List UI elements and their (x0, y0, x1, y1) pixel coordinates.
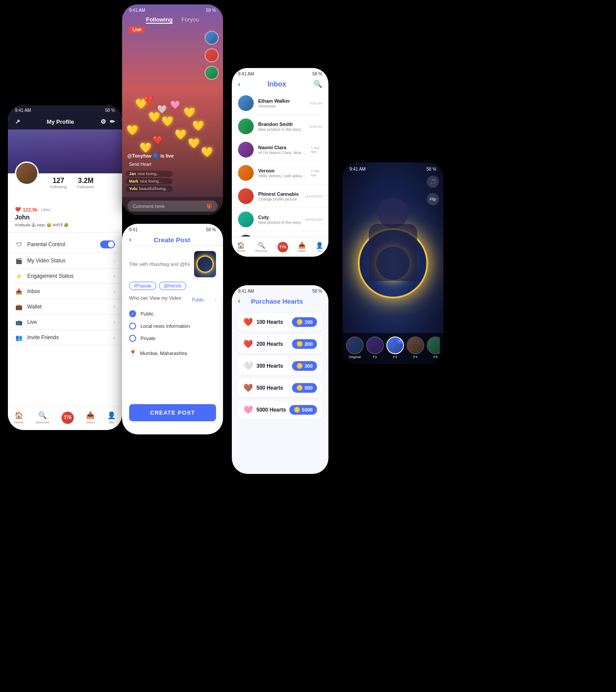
coin-icon: 🪙 (296, 341, 303, 347)
phone6-statusbar: 9:41 AM 58 % (342, 162, 443, 173)
avatar-cuty (238, 212, 254, 227)
phone4-inbox: 9:41 AM 58 % ‹ Inbox 🔍 Etham Walker Tomo… (232, 68, 328, 257)
private-radio (129, 335, 136, 342)
phone4-statusbar: 9:41 AM 58 % (232, 68, 328, 78)
music-icon[interactable]: 🎵 (427, 176, 439, 188)
send-heart-label[interactable]: Send Heart (129, 162, 151, 167)
menu-inbox[interactable]: 📥 Inbox › (8, 284, 122, 299)
message-item[interactable]: Naomi Clara Hi I'm Naomi Clara, Nice to … (232, 138, 328, 161)
avatar-etham (238, 95, 254, 111)
nav4-home[interactable]: 🏠 Home (237, 242, 245, 252)
phone2-bottom-bar: Comment here 🎁 (122, 197, 223, 215)
heart-icon-300: 🤍 (243, 361, 253, 371)
back-button[interactable]: ‹ (129, 236, 131, 244)
msg-time-5: 11/05/2020 (305, 194, 322, 198)
nav-me[interactable]: 👤 Me (107, 411, 116, 424)
option-public[interactable]: ✓ Public (129, 308, 216, 320)
heart-icon-500: 🤎 (243, 383, 253, 393)
phone1-statusbar: 9:41 AM 58 % (8, 105, 122, 115)
message-item[interactable]: Brandon Smith New product in the story 8… (232, 115, 328, 138)
engagement-label: Engagement Status (27, 273, 73, 279)
tab-following[interactable]: Following (146, 16, 173, 24)
coin-badge-300: 🪙 300 (292, 361, 317, 371)
chat-item-1: Jan nice loving... (126, 171, 173, 177)
option-private[interactable]: Private (129, 332, 216, 344)
inbox-title: Inbox (267, 80, 286, 88)
parental-toggle[interactable] (100, 240, 115, 248)
chevron-right-icon: › (114, 335, 115, 340)
filter-f4[interactable]: F4 (407, 337, 424, 359)
search-icon[interactable]: 🔍 (313, 80, 322, 88)
message-item[interactable]: Cuty New product in the story 05/05/2020 (232, 208, 328, 231)
hearts-item-5000[interactable]: 🩷 5000 Hearts 🪙 5000 (238, 401, 322, 419)
hearts-item-100[interactable]: ❤️ 100 Hearts 🪙 100 (238, 313, 322, 331)
phone3-title: Create Post (137, 236, 207, 244)
msg-name-4: Vernon (258, 168, 306, 173)
create-post-button[interactable]: CREATE POST (129, 404, 216, 421)
phone5-battery: 58 % (312, 289, 322, 294)
figure-silhouette (369, 197, 417, 285)
inbox-back-button[interactable]: ‹ (238, 80, 240, 88)
msg-time-1: 9:03 pm (310, 101, 322, 105)
followers-stat: 3.2M Followers (77, 177, 94, 189)
msg-content-2: Brandon Smith New product in the story (258, 122, 305, 132)
option-local[interactable]: Local news information (129, 320, 216, 332)
hearts-item-left: 🤎 500 Hearts (243, 383, 283, 393)
filter-f5[interactable]: F5 (427, 337, 440, 359)
nav4-discover[interactable]: 🔍 Discover (255, 242, 267, 252)
menu-parental-control[interactable]: 🛡 Parental Control (8, 236, 122, 253)
hearts-label-500: 500 Hearts (256, 385, 283, 391)
menu-invite[interactable]: 👥 Invite Friends › (8, 330, 122, 345)
filter-f3[interactable]: ✓ F3 (386, 337, 404, 359)
coin-value-200: 200 (305, 341, 313, 347)
parental-icon: 🛡 (15, 241, 23, 247)
home-label: Home (14, 420, 23, 424)
filter-original[interactable]: Original (346, 337, 364, 359)
hearts-back-button[interactable]: ‹ (238, 297, 240, 305)
tag-popular[interactable]: #Popular (129, 282, 156, 290)
menu-live[interactable]: 📺 Live › (8, 315, 122, 330)
message-item[interactable]: Vernon Hello Vernon, I will upload video… (232, 161, 328, 185)
filter-f1[interactable]: F1 (366, 337, 384, 359)
nav4-inbox[interactable]: 📥 Inbox (298, 242, 306, 252)
tag-friends[interactable]: @friends (159, 282, 186, 290)
nav-home[interactable]: 🏠 Home (14, 411, 23, 424)
side-avatar-3 (205, 66, 219, 80)
message-item[interactable]: Phinest Cannabis Change profile picture … (232, 185, 328, 208)
coin-badge-500: 🪙 500 (292, 383, 317, 393)
msg-time-2: 8:30 pm (310, 125, 322, 129)
tags-row: #Popular @friends (129, 282, 216, 290)
menu-engagement[interactable]: ⚡ Engagement Status › (8, 269, 122, 284)
filter-panel: Original F1 ✓ F3 (342, 333, 443, 364)
followers-label: Followers (77, 185, 94, 189)
nav-discover[interactable]: 🔍 Discover (36, 411, 49, 424)
likes-label: Likes (41, 208, 50, 212)
comment-bar[interactable]: Comment here 🎁 (127, 201, 218, 212)
heart-icon-200: ❤️ (243, 339, 253, 349)
hearts-item-300[interactable]: 🤍 300 Hearts 🪙 300 (238, 357, 322, 375)
msg-content-4: Vernon Hello Vernon, I will upload video (258, 168, 306, 178)
message-item[interactable]: Etham Walker Tomorrow 9:03 pm (232, 92, 328, 115)
local-radio (129, 323, 136, 330)
nav-inbox[interactable]: 📥 Inbox (86, 411, 95, 424)
discover-label: Discover (36, 420, 49, 424)
msg-preview-6: New product in the story (258, 220, 301, 225)
tab-foryou[interactable]: Foryou (181, 16, 199, 24)
menu-video-status[interactable]: 🎬 My Video Status › (8, 253, 122, 269)
msg-name-5: Phinest Cannabis (258, 191, 300, 197)
hearts-label-100: 100 Hearts (256, 319, 283, 325)
menu-wallet[interactable]: 💼 Wallet › (8, 299, 122, 315)
following-stat: 127 Following (50, 177, 67, 189)
hearts-item-500[interactable]: 🤎 500 Hearts 🪙 500 (238, 379, 322, 397)
nav4-create-badge[interactable]: T75 (277, 242, 288, 252)
nav-create-badge[interactable]: T75 (61, 412, 74, 424)
settings-icon[interactable]: ⚙ (101, 118, 106, 125)
nav4-me[interactable]: 👤 Me (316, 242, 323, 252)
edit-icon[interactable]: ✏ (110, 118, 115, 125)
title-input[interactable] (129, 251, 190, 277)
hearts-item-200[interactable]: ❤️ 200 Hearts 🪙 200 (238, 335, 322, 353)
share-icon[interactable]: ↗ (15, 118, 20, 125)
hearts-item-left: ❤️ 100 Hearts (243, 317, 283, 327)
phone4-header: ‹ Inbox 🔍 (232, 78, 328, 92)
flip-icon[interactable]: Flip (427, 193, 439, 205)
